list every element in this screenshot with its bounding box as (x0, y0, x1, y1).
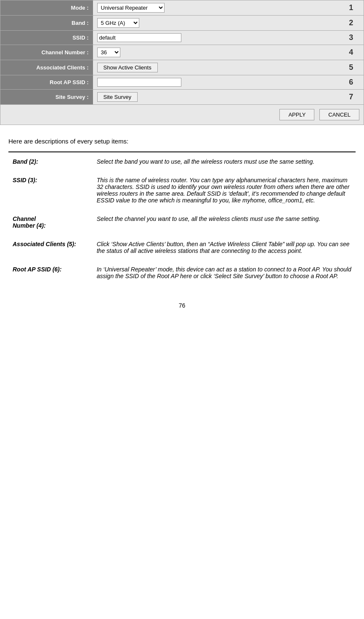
row-number-6: 6 (339, 75, 364, 90)
row-label-7: Site Survey : (0, 90, 93, 105)
row-label-6: Root AP SSID : (0, 75, 93, 90)
desc-intro: Here are descriptions of every setup ite… (8, 138, 356, 145)
row-number-1: 1 (339, 0, 364, 16)
row-value-6 (93, 75, 339, 90)
desc-term-5: Root AP SSID (6): (8, 260, 93, 285)
config-table: Mode :Universal RepeaterAPClientWDS1Band… (0, 0, 364, 105)
desc-term-2: SSID (3): (8, 171, 93, 210)
desc-def-5: In ‘Universal Repeater’ mode, this devic… (93, 260, 356, 285)
desc-table: Band (2):Select the band you want to use… (8, 152, 356, 285)
apply-button[interactable]: APPLY (279, 109, 314, 120)
mode-select[interactable]: Universal RepeaterAPClientWDS (97, 3, 165, 13)
row-label-4: Channel Number : (0, 45, 93, 60)
desc-def-4: Click ‘Show Active Clients’ button, then… (93, 235, 356, 260)
row-value-4: 3640444852566064 (93, 45, 339, 60)
row-number-7: 7 (339, 90, 364, 105)
button-row: APPLY CANCEL (0, 105, 364, 125)
ssid-input[interactable] (97, 33, 181, 42)
row-value-3 (93, 31, 339, 45)
channel-select[interactable]: 3640444852566064 (97, 48, 120, 57)
row-number-3: 3 (339, 31, 364, 45)
row-value-5: Show Active Clients (93, 60, 339, 75)
row-value-7: Site Survey (93, 90, 339, 105)
desc-def-3: Select the channel you want to use, all … (93, 210, 356, 235)
site-survey-button[interactable]: Site Survey (97, 92, 138, 102)
row-number-2: 2 (339, 16, 364, 31)
row-label-5: Associated Clients : (0, 60, 93, 75)
show-active-clients-button[interactable]: Show Active Clients (97, 63, 158, 72)
desc-def-1: Select the band you want to use, all the… (93, 152, 356, 171)
row-value-1: Universal RepeaterAPClientWDS (93, 0, 339, 16)
desc-term-3: ChannelNumber (4): (8, 210, 93, 235)
desc-section: Here are descriptions of every setup ite… (0, 125, 364, 294)
row-label-2: Band : (0, 16, 93, 31)
desc-term-4: Associated Clients (5): (8, 235, 93, 260)
row-number-5: 5 (339, 60, 364, 75)
row-value-2: 5 GHz (A)2.4 GHz (B)2.4 GHz (G)2.4 GHz (… (93, 16, 339, 31)
rootap-input[interactable] (97, 78, 181, 87)
page-number: 76 (0, 294, 364, 313)
desc-def-2: This is the name of wireless router. You… (93, 171, 356, 210)
band-select[interactable]: 5 GHz (A)2.4 GHz (B)2.4 GHz (G)2.4 GHz (… (97, 18, 139, 28)
row-number-4: 4 (339, 45, 364, 60)
row-label-1: Mode : (0, 0, 93, 16)
cancel-button[interactable]: CANCEL (319, 109, 359, 120)
row-label-3: SSID : (0, 31, 93, 45)
desc-term-1: Band (2): (8, 152, 93, 171)
